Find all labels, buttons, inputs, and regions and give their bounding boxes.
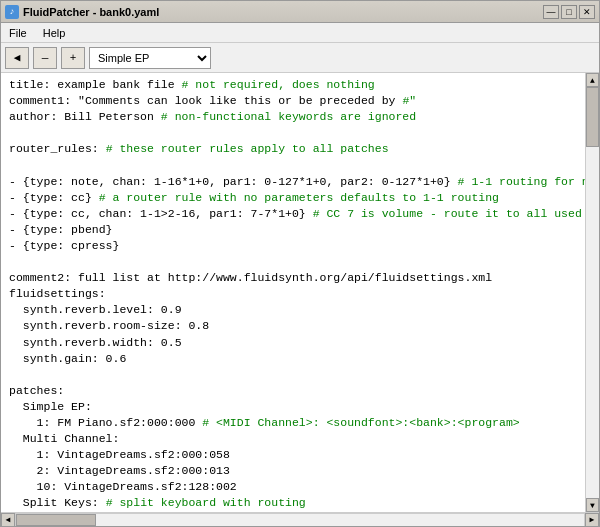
- scroll-thumb-horizontal[interactable]: [16, 514, 96, 526]
- menu-file[interactable]: File: [1, 25, 35, 41]
- preset-dropdown[interactable]: Simple EP: [90, 51, 210, 65]
- menu-bar: File Help: [1, 23, 599, 43]
- title-bar: ♪ FluidPatcher - bank0.yaml — □ ✕: [1, 1, 599, 23]
- minus-button[interactable]: —: [33, 47, 57, 69]
- minimize-button[interactable]: —: [543, 5, 559, 19]
- scroll-right-button[interactable]: ▶: [585, 513, 599, 527]
- close-button[interactable]: ✕: [579, 5, 595, 19]
- maximize-button[interactable]: □: [561, 5, 577, 19]
- content-wrapper: title: example bank file # not required,…: [1, 73, 599, 512]
- horizontal-scrollbar-container: ◀ ▶: [1, 512, 599, 526]
- scroll-track-vertical[interactable]: [586, 87, 599, 498]
- menu-help[interactable]: Help: [35, 25, 74, 41]
- app-icon: ♪: [5, 5, 19, 19]
- editor-content[interactable]: title: example bank file # not required,…: [1, 73, 585, 512]
- preset-selector[interactable]: Simple EP: [89, 47, 211, 69]
- window-title: FluidPatcher - bank0.yaml: [23, 6, 159, 18]
- add-button[interactable]: +: [61, 47, 85, 69]
- scroll-track-horizontal[interactable]: [15, 513, 585, 527]
- main-window: ♪ FluidPatcher - bank0.yaml — □ ✕ File H…: [0, 0, 600, 527]
- toolbar: ◀ — + Simple EP: [1, 43, 599, 73]
- scroll-up-button[interactable]: ▲: [586, 73, 599, 87]
- back-button[interactable]: ◀: [5, 47, 29, 69]
- title-bar-buttons: — □ ✕: [543, 5, 595, 19]
- editor-area: title: example bank file # not required,…: [1, 73, 599, 526]
- title-bar-left: ♪ FluidPatcher - bank0.yaml: [5, 5, 159, 19]
- main-area: title: example bank file # not required,…: [1, 73, 599, 526]
- scroll-down-button[interactable]: ▼: [586, 498, 599, 512]
- scroll-thumb-vertical[interactable]: [586, 87, 599, 147]
- app-icon-symbol: ♪: [9, 7, 14, 17]
- vertical-scrollbar[interactable]: ▲ ▼: [585, 73, 599, 512]
- scroll-left-button[interactable]: ◀: [1, 513, 15, 527]
